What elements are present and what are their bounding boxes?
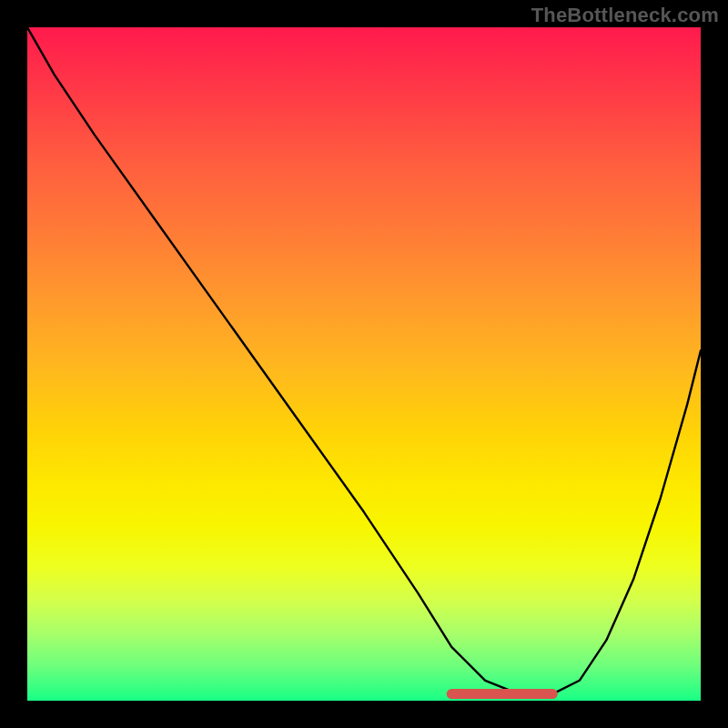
chart-svg — [27, 27, 701, 701]
plot-area — [27, 27, 701, 701]
bottleneck-curve — [27, 27, 701, 694]
watermark-text: TheBottleneck.com — [531, 4, 719, 27]
chart-frame: TheBottleneck.com — [0, 0, 728, 728]
